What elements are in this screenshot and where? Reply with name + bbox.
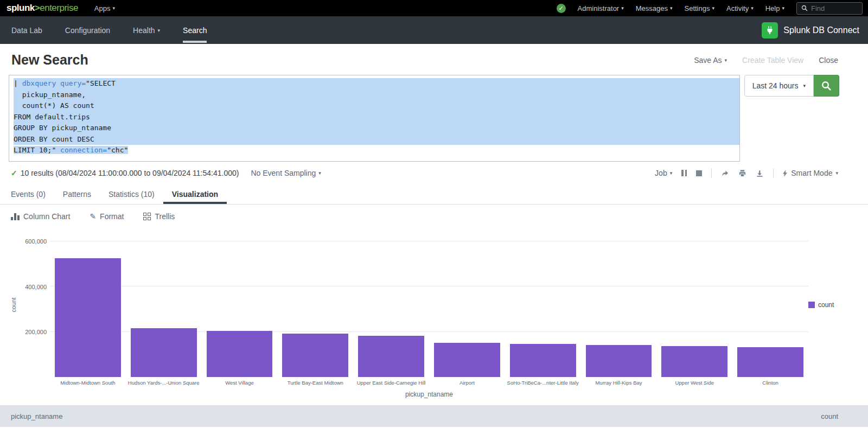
x-tick-label: Hudson Yards-...-Union Square xyxy=(126,380,202,386)
trellis-button[interactable]: Trellis xyxy=(143,212,175,221)
settings-menu[interactable]: Settings ▾ xyxy=(685,4,715,12)
table-col-count[interactable]: count xyxy=(821,412,838,427)
viz-toolbar: Column Chart ✎ Format Trellis xyxy=(0,205,868,229)
x-tick-label: Upper East Side-Carnegie Hill xyxy=(353,380,429,386)
close-button[interactable]: Close xyxy=(819,56,838,65)
event-sampling-menu[interactable]: No Event Sampling ▾ xyxy=(251,169,321,177)
tab-statistics[interactable]: Statistics (10) xyxy=(100,183,163,204)
nav-item-search[interactable]: Search xyxy=(171,16,218,44)
bar-rect xyxy=(434,343,500,377)
trellis-icon xyxy=(143,213,151,220)
search-mode-menu[interactable]: Smart Mode ▾ xyxy=(783,169,838,177)
x-tick-label: Murray Hill-Kips Bay xyxy=(581,380,657,386)
time-range-label: Last 24 hours xyxy=(752,81,799,90)
job-menu[interactable]: Job ▾ xyxy=(655,169,672,177)
chart-legend: count xyxy=(808,233,868,377)
bar[interactable] xyxy=(737,347,803,377)
bar[interactable] xyxy=(358,336,424,377)
tab-patterns[interactable]: Patterns xyxy=(54,183,100,204)
result-summary-text: 10 results (08/04/2024 11:00:00.000 to 0… xyxy=(21,169,239,177)
caret-down-icon: ▾ xyxy=(751,5,754,11)
caret-down-icon: ▾ xyxy=(712,5,714,11)
search-icon xyxy=(821,80,832,91)
trellis-label: Trellis xyxy=(155,212,175,221)
x-labels: Midtown-Midtown SouthHudson Yards-...-Un… xyxy=(50,380,808,386)
nav-label: Data Lab xyxy=(11,18,42,43)
y-tick-label: 400,000 xyxy=(25,284,47,290)
y-tick-label: 200,000 xyxy=(25,329,47,335)
x-tick-label: SoHo-TriBeCa-...nter-Little Italy xyxy=(505,380,581,386)
y-axis: 600,000 400,000 200,000 xyxy=(20,233,50,377)
divider xyxy=(711,168,712,178)
bar[interactable] xyxy=(282,334,348,377)
run-search-button[interactable] xyxy=(814,75,839,97)
save-as-button[interactable]: Save As ▾ xyxy=(694,56,727,65)
query-line: pickup_ntaname, xyxy=(14,90,739,101)
search-query-input[interactable]: | dbxquery query="SELECT pickup_ntaname,… xyxy=(9,75,740,162)
pause-job-button[interactable] xyxy=(681,169,687,177)
chart-type-label: Column Chart xyxy=(23,212,70,221)
user-menu-label: Administrator xyxy=(578,4,620,12)
format-button[interactable]: ✎ Format xyxy=(90,212,124,221)
tab-events[interactable]: Events (0) xyxy=(11,183,54,204)
bar[interactable] xyxy=(207,331,273,377)
close-label: Close xyxy=(819,56,838,65)
activity-menu-label: Activity xyxy=(726,4,749,12)
bar[interactable] xyxy=(131,328,197,377)
help-menu[interactable]: Help ▾ xyxy=(765,4,784,12)
nav-label: Configuration xyxy=(65,18,110,43)
nav-item-configuration[interactable]: Configuration xyxy=(54,16,122,44)
bars-row xyxy=(50,233,808,377)
splunk-logo[interactable]: splunk>enterprise xyxy=(7,3,78,14)
caret-down-icon: ▾ xyxy=(782,5,784,11)
table-col-pickup-ntaname[interactable]: pickup_ntaname xyxy=(11,412,62,427)
create-table-view-label: Create Table View xyxy=(742,56,803,65)
stop-job-button[interactable] xyxy=(696,169,702,177)
result-summary: ✓ 10 results (08/04/2024 11:00:00.000 to… xyxy=(11,169,239,177)
bar[interactable] xyxy=(434,343,500,377)
logo-splunk-text: splunk xyxy=(7,3,35,13)
export-button[interactable] xyxy=(756,169,764,177)
bar-rect xyxy=(131,328,197,377)
query-line: FROM default.trips xyxy=(14,112,739,123)
results-bar: ✓ 10 results (08/04/2024 11:00:00.000 to… xyxy=(0,162,868,183)
messages-menu-label: Messages xyxy=(636,4,668,12)
bar[interactable] xyxy=(510,344,576,377)
activity-menu[interactable]: Activity ▾ xyxy=(726,4,754,12)
caret-down-icon: ▾ xyxy=(803,83,806,88)
bar[interactable] xyxy=(586,345,652,377)
caret-down-icon: ▾ xyxy=(670,170,673,176)
splunk-topbar: splunk>enterprise Apps ▾ ✓ Administrator… xyxy=(0,0,868,16)
nav-item-health[interactable]: Health ▾ xyxy=(122,16,171,44)
column-chart: count 600,000 400,000 200,000 Midtown-Mi… xyxy=(0,229,868,398)
nav-item-data-lab[interactable]: Data Lab xyxy=(0,16,54,44)
bar-rect xyxy=(661,346,727,377)
find-search[interactable] xyxy=(796,2,863,15)
find-input[interactable] xyxy=(811,4,859,12)
app-navbar: Data Lab Configuration Health ▾ Search S… xyxy=(0,16,868,44)
divider xyxy=(773,168,774,178)
stop-icon xyxy=(696,170,702,176)
share-job-button[interactable] xyxy=(721,169,729,177)
time-range-picker[interactable]: Last 24 hours ▾ xyxy=(744,75,814,97)
health-status-icon[interactable]: ✓ xyxy=(557,4,566,13)
query-line: GROUP BY pickup_ntaname xyxy=(14,123,739,134)
y-tick-label: 600,000 xyxy=(25,238,47,245)
print-button[interactable] xyxy=(738,169,746,177)
tab-visualization[interactable]: Visualization xyxy=(163,183,227,204)
pencil-icon: ✎ xyxy=(90,212,96,221)
event-sampling-label: No Event Sampling xyxy=(251,169,316,177)
legend-item[interactable]: count xyxy=(808,301,834,309)
messages-menu[interactable]: Messages ▾ xyxy=(636,4,673,12)
apps-menu[interactable]: Apps ▾ xyxy=(94,4,115,12)
chart-type-picker[interactable]: Column Chart xyxy=(11,212,70,221)
page-title: New Search xyxy=(11,52,88,68)
create-table-view-button[interactable]: Create Table View xyxy=(742,56,803,65)
app-identity[interactable]: Splunk DB Connect xyxy=(762,16,859,44)
bar[interactable] xyxy=(55,258,121,377)
x-tick-label: West Village xyxy=(202,380,278,386)
format-label: Format xyxy=(100,212,124,221)
bar[interactable] xyxy=(661,346,727,377)
lightning-icon xyxy=(783,170,788,177)
user-menu[interactable]: Administrator ▾ xyxy=(578,4,624,12)
